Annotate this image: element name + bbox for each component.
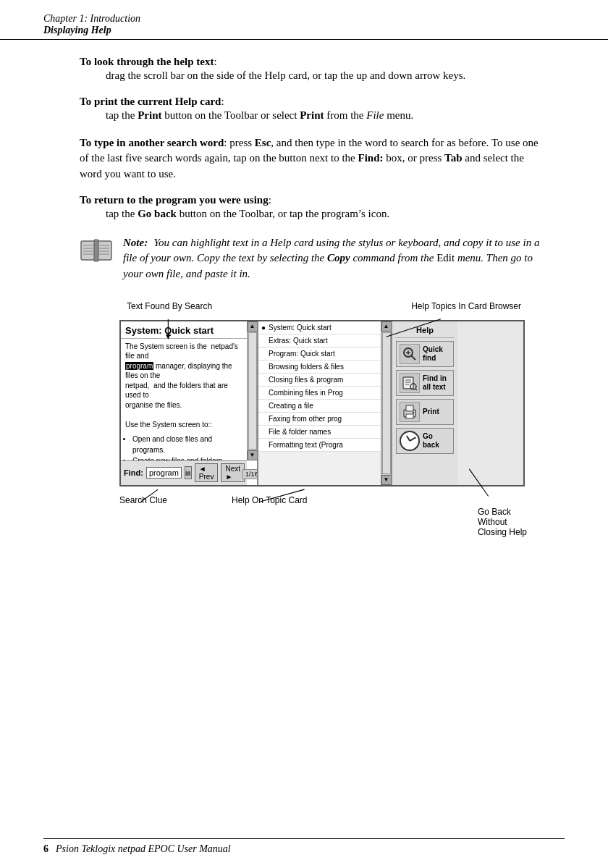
topic-item-10[interactable]: Formatting text (Progra — [258, 439, 391, 452]
para3-esc: Esc — [255, 137, 271, 148]
para4-bold1: Go back — [138, 208, 177, 219]
topic-item-1[interactable]: ● System: Quick start — [258, 321, 391, 334]
topic-list-panel: ● System: Quick start Extras: Quick star… — [258, 321, 392, 485]
callout-text-found: Text Found By Search — [127, 301, 212, 311]
footer-text: Psion Teklogix netpad EPOC User Manual — [56, 843, 231, 855]
para3-find: Find: — [358, 152, 383, 164]
svg-rect-0 — [81, 241, 96, 260]
help-card-panel: System: Quick start The System screen is… — [121, 321, 258, 485]
bullet-filled-1: ● — [261, 324, 266, 332]
quick-find-label: Quickfind — [423, 345, 443, 363]
find-all-button[interactable]: Find inall text — [396, 370, 454, 396]
svg-line-12 — [412, 355, 416, 360]
topic-item-2[interactable]: Extras: Quick start — [258, 334, 391, 347]
note-text: Note:You can highlight text in a Help ca… — [123, 235, 543, 282]
para-block-1: To look through the help text: drag the … — [80, 56, 543, 84]
find-all-icon — [400, 373, 420, 393]
go-back-label: Go back — [423, 432, 450, 450]
para4-body: tap the Go back button on the Toolbar, o… — [106, 206, 543, 222]
svg-rect-2 — [94, 240, 98, 261]
screenshot-inner: System: Quick start The System screen is… — [119, 320, 525, 486]
highlight-program: program — [125, 362, 153, 370]
para3-label: To type in another search word — [80, 137, 224, 148]
para2-italic1: File — [366, 109, 384, 121]
topic-item-6[interactable]: Combining files in Prog — [258, 387, 391, 400]
go-back-clock-icon — [400, 431, 420, 451]
svg-rect-23 — [406, 414, 413, 418]
topic-item-8[interactable]: Faxing from other prog — [258, 413, 391, 426]
para3-tab: Tab — [444, 152, 462, 164]
help-buttons-panel: Help Quickfind — [392, 321, 457, 485]
callout-search-clue: Search Clue — [119, 495, 167, 505]
print-icon — [400, 402, 420, 422]
para2-colon: : — [221, 96, 224, 107]
section-label: Displaying Help — [43, 25, 565, 36]
svg-rect-22 — [406, 405, 413, 411]
para4-label: To return to the program you were using — [80, 194, 269, 206]
print-label: Print — [423, 408, 439, 416]
help-panel-title: Help — [395, 324, 455, 338]
svg-line-20 — [415, 389, 417, 390]
quick-find-button[interactable]: Quickfind — [396, 341, 454, 367]
diagram-area: Text Found By Search Help Topics In Card… — [80, 298, 543, 544]
topic-scroll-down[interactable]: ▼ — [381, 475, 392, 485]
para-block-4: To return to the program you were using:… — [80, 194, 543, 222]
find-input-display: program — [146, 467, 182, 479]
svg-point-24 — [413, 412, 414, 413]
help-card-title: System: Quick start — [121, 321, 257, 339]
para1-label: To look through the help text — [80, 56, 214, 67]
para3-content: To type in another search word: press Es… — [80, 137, 539, 180]
topic-item-7[interactable]: Creating a file — [258, 400, 391, 413]
scroll-track — [248, 332, 257, 450]
para1-body: drag the scroll bar on the side of the H… — [106, 68, 543, 84]
scroll-down-btn[interactable]: ▼ — [248, 450, 258, 460]
page-header: Chapter 1: Introduction Displaying Help — [0, 0, 608, 40]
topic-item-4[interactable]: Browsing folders & files — [258, 361, 391, 374]
callout-help-topic-card: Help On Topic Card — [232, 495, 308, 505]
chapter-label: Chapter 1: Introduction — [43, 13, 565, 25]
page-number: 6 — [43, 843, 48, 855]
find-bar: Find: program ▤ ◄ Prev Next ► — [121, 460, 247, 485]
callout-help-topics: Help Topics In Card Browser — [411, 301, 521, 311]
note-label: Note: — [123, 237, 148, 248]
book-icon — [80, 237, 113, 267]
find-counter: 1/16 — [242, 469, 258, 479]
scroll-up-btn[interactable]: ▲ — [248, 321, 258, 332]
svg-rect-15 — [403, 377, 413, 389]
page-footer: 6 Psion Teklogix netpad EPOC User Manual — [43, 838, 565, 855]
print-button[interactable]: Print — [396, 399, 454, 425]
para-block-2: To print the current Help card: tap the … — [80, 96, 543, 124]
para2-body: tap the Print button on the Toolbar or s… — [106, 108, 543, 124]
topic-scroll-up[interactable]: ▲ — [381, 321, 392, 332]
note-block: Note:You can highlight text in a Help ca… — [80, 235, 543, 282]
quick-find-icon — [400, 344, 420, 364]
note-edit: Edit — [436, 252, 455, 264]
note-bold1: Copy — [327, 252, 350, 264]
para2-bold1: Print — [138, 109, 161, 121]
para2-label: To print the current Help card — [80, 96, 221, 107]
find-label: Find: — [124, 468, 143, 477]
prev-button[interactable]: ◄ Prev — [195, 463, 219, 482]
para-block-3: To type in another search word: press Es… — [80, 135, 543, 182]
callout-go-back: Go BackWithoutClosing Help — [478, 507, 527, 537]
topic-scroll-track — [382, 332, 391, 474]
next-button[interactable]: Next ► — [221, 463, 245, 482]
topic-item-5[interactable]: Closing files & program — [258, 374, 391, 387]
find-icon-btn[interactable]: ▤ — [185, 466, 192, 479]
find-all-label: Find inall text — [423, 374, 447, 392]
para2-bold2: Print — [300, 109, 324, 121]
help-card-body: The System screen is the netpad's file a… — [121, 339, 257, 433]
bullet-1: Open and close files and programs. — [132, 434, 245, 455]
para1-colon: : — [214, 56, 216, 67]
left-scrollbar[interactable]: ▲ ▼ — [247, 321, 257, 460]
svg-rect-1 — [97, 241, 111, 260]
topic-item-9[interactable]: File & folder names — [258, 426, 391, 439]
topic-scrollbar[interactable]: ▲ ▼ — [381, 321, 391, 485]
go-back-button[interactable]: Go back — [396, 428, 454, 454]
screenshot: System: Quick start The System screen is… — [119, 320, 525, 486]
topic-item-3[interactable]: Program: Quick start — [258, 347, 391, 361]
main-content: To look through the help text: drag the … — [0, 40, 608, 566]
